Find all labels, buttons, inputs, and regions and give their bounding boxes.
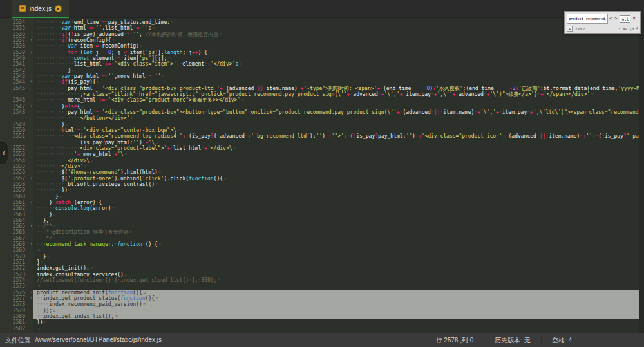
fold-arrow-icon[interactable]: ▾ (30, 176, 33, 182)
fold-arrow-icon[interactable]: ▾ (30, 295, 33, 301)
find-prev-button[interactable]: < (608, 15, 613, 23)
code-text: product_recommend.init(function(){¤ (33, 290, 644, 295)
editor-line-2547[interactable]: 2547▾········}else{¤ (0, 104, 644, 109)
editor-line-2546[interactable]: 2546··········more_html·+=·'<div·class="… (0, 97, 644, 103)
tab-indexjs[interactable]: index.js (12, 0, 69, 18)
editor-line-2572[interactable]: 2572index.get_init();¤ (0, 265, 644, 271)
editor-line-2555[interactable]: 2555········</div>'¤ (0, 164, 644, 169)
regex-toggle[interactable]: .* (616, 26, 621, 31)
editor-line-2550[interactable]: 2550········html·=·'<div·class="conter-b… (0, 127, 644, 133)
editor-line-2564[interactable]: 2564··},¤ (0, 218, 644, 223)
line-number: 2575 (0, 283, 33, 289)
code-text: ········}¤ (33, 122, 644, 127)
line-number: 2555 (0, 164, 33, 169)
match-count: 2 of 2 (575, 27, 585, 31)
editor-line-2552[interactable]: 2552··············<div·class="product-la… (0, 145, 644, 151)
editor-line-2565[interactable]: 2565▾··/**¤ (0, 223, 644, 229)
line-number: 2564 (0, 218, 33, 223)
code-text: ··········more_html·+=·'<div·class="prod… (33, 97, 644, 103)
editor-line-2540[interactable]: 2540············const·element·=·item['ps… (0, 55, 644, 61)
editor-line-2561[interactable]: 2561▾····}·catch·(error)·{¤ (0, 200, 644, 205)
editor-line-2575[interactable]: 2575¤ (0, 283, 644, 289)
fold-arrow-icon[interactable]: ▾ (30, 104, 33, 109)
editor-line-2558[interactable]: 2558··········bt.soft.privilege_contrast… (0, 182, 644, 187)
fold-arrow-icon[interactable]: ▾ (30, 241, 33, 247)
code-text: ········if(recomConfig){¤ (33, 37, 644, 43)
fold-arrow-icon[interactable]: ▾ (30, 50, 33, 55)
close-icon[interactable]: × (632, 15, 636, 22)
vertical-scrollbar[interactable] (639, 18, 644, 333)
editor-line-2560[interactable]: 2560······}¤ (0, 194, 644, 200)
whole-word-toggle[interactable]: \b (629, 26, 634, 31)
editor-line-2571[interactable]: 2571}¤ (0, 259, 644, 265)
find-next-button[interactable]: > (613, 15, 618, 23)
history-version[interactable]: 历史版本: 无 (484, 336, 541, 345)
editor-line-2541[interactable]: 2541············list_html·+=·'<div·class… (0, 61, 644, 67)
editor-line-2569[interactable]: 2569¤ (0, 247, 644, 253)
editor-line-2563[interactable]: 2563····}¤ (0, 212, 644, 218)
editor-line-2544[interactable]: 2544▾········if(is_pay){¤ (0, 79, 644, 85)
editor-line-2556[interactable]: 2556········$('#home-recommend').html(ht… (0, 169, 644, 175)
file-location-label: 文件位置: (5, 336, 33, 345)
line-number: 2580 (0, 314, 33, 319)
editor-line-2562[interactable]: 2562······console.log(error)¤ (0, 205, 644, 211)
case-sensitive-toggle[interactable]: Aa (623, 26, 627, 31)
editor-line-2580[interactable]: 2580··index.get_index_list();¤ (0, 314, 644, 319)
line-number: 2578 (0, 301, 33, 307)
editor-line-2582[interactable]: 2582¤ (0, 326, 644, 332)
fold-arrow-icon[interactable]: ▾ (30, 200, 33, 205)
code-text: ············'+·more_html·+'\¤ (33, 151, 644, 157)
editor-line-2577[interactable]: 2577▾··index.get_product_status(function… (0, 295, 644, 301)
code-text: ········if(!is_pay)·advanced·=·'';·//未购买… (33, 32, 644, 37)
code-editor-window: index.js 2534········var·end_time·=·pay_… (0, 0, 644, 347)
editor-line-wrap[interactable]: ··············;<a·class="btlink"·href="j… (0, 91, 644, 97)
editor-line-2545[interactable]: 2545··········pay_html·=·'<div·class="pr… (0, 86, 644, 91)
editor-line-2549[interactable]: 2549········}¤ (0, 122, 644, 127)
editor-line-wrap[interactable]: ··············</button></div>'¤ (0, 115, 644, 121)
editor-line-2573[interactable]: 2573index.consultancy_services()¤ (0, 272, 644, 277)
tab-bar: index.js (0, 0, 644, 18)
line-number: 2558 (0, 182, 33, 187)
editor-line-2570[interactable]: 2570··}¤ (0, 254, 644, 259)
editor-line-2579[interactable]: 2579··});¤ (0, 308, 644, 314)
code-text: ··············</button></div>'¤ (33, 115, 644, 121)
editor-line-wrap[interactable]: ··············(is_pay?pay_html:'')·+'\¤ (0, 140, 644, 145)
editor-line-2578[interactable]: 2578····index.recommend_paid_version()¤ (0, 301, 644, 307)
editor-line-2542[interactable]: 2542··········}¤ (0, 68, 644, 73)
editor-line-2551[interactable]: 2551············<div·class="recommend-to… (0, 133, 644, 139)
editor-line-2554[interactable]: 2554··········</div>\¤ (0, 158, 644, 164)
editor-line-2559[interactable]: 2559········})¤ (0, 187, 644, 193)
editor-line-2536[interactable]: 2536········if(!is_pay)·advanced·=·'';·/… (0, 32, 644, 37)
fold-arrow-icon[interactable]: ▾ (30, 223, 33, 229)
editor-line-2539[interactable]: 2539▾··········for·(let·j·=·0;·j·<·item[… (0, 50, 644, 55)
editor-line-2548[interactable]: 2548··········pay_html·=·'<div·class="pr… (0, 109, 644, 115)
editor-area[interactable]: 2534········var·end_time·=·pay_status.en… (0, 18, 644, 333)
editor-line-2535[interactable]: 2535········var·html·=·'',list_html·=·''… (0, 25, 644, 31)
code-text: ····}·catch·(error)·{¤ (33, 200, 644, 205)
editor-line-2574[interactable]: 2574//setTimeout(function·()·{·index.get… (0, 277, 644, 283)
editor-line-2538[interactable]: 2538··········var·item·=·recomConfig;¤ (0, 43, 644, 49)
search-input[interactable] (567, 14, 608, 24)
expand-replace-button[interactable]: + (567, 26, 573, 32)
fold-arrow-icon[interactable]: ▾ (30, 79, 33, 85)
code-text: })¤ (33, 319, 644, 325)
fold-arrow-icon[interactable]: ▾ (30, 37, 33, 43)
collapse-panel-handle[interactable]: ❮ (0, 140, 8, 165)
editor-line-2567[interactable]: 2567···*/¤ (0, 236, 644, 241)
fold-arrow-icon[interactable]: ▾ (30, 290, 33, 295)
editor-line-2534[interactable]: 2534········var·end_time·=·pay_status.en… (0, 19, 644, 25)
line-number: 2545 (0, 86, 33, 91)
indent-spaces[interactable]: 空格: 4 (541, 336, 582, 345)
editor-line-2553[interactable]: 2553············'+·more_html·+'\¤ (0, 151, 644, 157)
search-in-selection-toggle[interactable]: S (636, 26, 638, 31)
editor-line-2537[interactable]: 2537▾········if(recomConfig){¤ (0, 37, 644, 43)
editor-line-2566[interactable]: 2566···*·@description·推荐任务管理器¤ (0, 229, 644, 235)
editor-line-2576[interactable]: 2576▾product_recommend.init(function(){¤ (0, 290, 644, 295)
editor-line-2543[interactable]: 2543········var·pay_html·=·'',more_html·… (0, 73, 644, 79)
editor-line-2557[interactable]: 2557▾········$('.product-more').unbind('… (0, 176, 644, 182)
js-file-icon (19, 5, 26, 12)
editor-line-2581[interactable]: 2581})¤ (0, 319, 644, 325)
find-all-button[interactable]: All (620, 15, 630, 23)
editor-line-2568[interactable]: 2568▾··recommend_task_manager:·function·… (0, 241, 644, 247)
code-text: ········var·pay_html·=·'',more_html·=·''… (33, 73, 644, 79)
